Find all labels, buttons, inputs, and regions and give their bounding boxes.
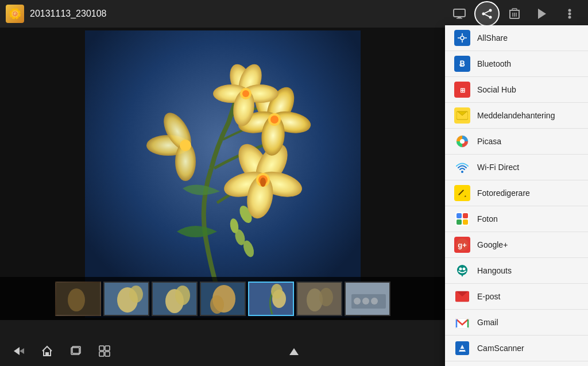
svg-point-97 <box>457 265 467 275</box>
thumbnail-2[interactable] <box>103 282 149 316</box>
epost-label: E-post <box>477 292 500 301</box>
allshare-label: AllShare <box>477 33 508 43</box>
thumbnail-6[interactable] <box>296 282 342 316</box>
svg-rect-18 <box>85 30 361 318</box>
nav-buttons <box>11 345 110 360</box>
svg-line-7 <box>485 14 489 17</box>
gmail-icon <box>454 314 470 330</box>
bluetooth-icon: Ƀ <box>454 56 470 72</box>
svg-rect-87 <box>457 187 468 199</box>
svg-rect-113 <box>105 346 110 350</box>
recent-button[interactable] <box>70 345 82 360</box>
socialhub-label: Social Hub <box>477 85 516 94</box>
svg-rect-93 <box>457 219 462 225</box>
back-button[interactable] <box>11 345 24 360</box>
svg-point-30 <box>260 178 266 187</box>
googleplus-icon: g+ <box>454 237 470 253</box>
delete-button[interactable] <box>502 1 527 26</box>
hangouts-label: Hangouts <box>477 266 512 275</box>
screen-button[interactable] <box>447 1 472 26</box>
fotored-label: Fotoredigerare <box>477 188 530 198</box>
gmail-label: Gmail <box>477 318 498 327</box>
wifi-icon <box>454 159 470 175</box>
svg-rect-115 <box>105 352 110 356</box>
svg-rect-112 <box>99 346 104 350</box>
svg-rect-2 <box>457 18 462 19</box>
wifi-label: Wi-Fi Direct <box>477 163 519 172</box>
menu-item-foton[interactable]: Foton <box>445 206 588 232</box>
svg-rect-91 <box>457 213 462 218</box>
svg-point-37 <box>270 115 278 124</box>
thumbnail-5-active[interactable] <box>248 282 294 316</box>
home-button[interactable] <box>41 345 53 360</box>
app-icon: 🌼 <box>6 5 24 23</box>
thumbnail-1[interactable] <box>55 282 101 316</box>
svg-point-98 <box>459 268 462 271</box>
meddel-icon <box>454 107 470 124</box>
fotored-icon <box>454 185 470 201</box>
svg-rect-94 <box>463 219 468 225</box>
svg-point-59 <box>210 295 224 314</box>
menu-item-picasa[interactable]: Picasa <box>445 129 588 155</box>
svg-rect-114 <box>99 352 104 356</box>
thumbnail-3[interactable] <box>152 282 198 316</box>
svg-point-53 <box>129 286 143 303</box>
share-button[interactable] <box>474 1 500 26</box>
svg-point-4 <box>482 13 485 16</box>
menu-item-wifidirect[interactable]: Wi-Fi Direct <box>445 155 588 180</box>
svg-point-15 <box>568 9 571 12</box>
foton-label: Foton <box>477 214 498 224</box>
menu-item-socialhub[interactable]: ⊞ Social Hub <box>445 77 588 103</box>
svg-point-16 <box>568 13 571 16</box>
overflow-menu-button[interactable] <box>557 1 582 26</box>
svg-point-99 <box>463 268 466 271</box>
svg-rect-109 <box>45 352 49 356</box>
toolbar-icons <box>447 1 582 26</box>
bluetooth-label: Bluetooth <box>477 59 511 68</box>
epost-icon <box>454 288 470 305</box>
menu-item-bluetooth[interactable]: Ƀ Bluetooth <box>445 51 588 77</box>
svg-point-44 <box>242 90 249 97</box>
svg-point-68 <box>354 298 361 305</box>
svg-text:⊞: ⊞ <box>460 87 465 94</box>
menu-item-gmail[interactable]: Gmail <box>445 310 588 336</box>
share-dropdown: AllShare Ƀ Bluetooth ⊞ Social Hub <box>445 25 588 366</box>
svg-marker-116 <box>289 348 299 355</box>
menu-item-camscanner[interactable]: CamScanner <box>445 336 588 361</box>
top-bar: 🌼 20131113_230108 <box>0 0 588 28</box>
menu-item-allshare[interactable]: AllShare <box>445 25 588 51</box>
hangouts-icon <box>454 263 470 279</box>
menu-item-adobe[interactable]: A Adobe Reader – Skapa pdf <box>445 361 588 366</box>
menu-item-fotored[interactable]: Fotoredigerare <box>445 180 588 206</box>
googleplus-label: Google+ <box>477 240 508 249</box>
menu-item-epost[interactable]: E-post <box>445 284 588 310</box>
svg-text:Ƀ: Ƀ <box>459 59 465 68</box>
svg-point-69 <box>362 298 369 305</box>
picasa-label: Picasa <box>477 137 501 146</box>
svg-point-62 <box>271 284 283 299</box>
camscanner-label: CamScanner <box>477 344 524 353</box>
foton-icon <box>454 211 470 227</box>
svg-point-50 <box>68 288 85 311</box>
socialhub-icon: ⊞ <box>454 82 470 98</box>
svg-point-48 <box>180 140 191 151</box>
play-button[interactable] <box>529 1 555 26</box>
thumbnail-4[interactable] <box>200 282 246 316</box>
photo-title: 20131113_230108 <box>30 9 447 19</box>
svg-rect-0 <box>454 9 465 17</box>
meddel-label: Meddelandehantering <box>477 111 555 120</box>
allshare-icon <box>454 30 470 46</box>
menu-item-meddel[interactable]: Meddelandehantering <box>445 103 588 129</box>
svg-line-6 <box>485 11 489 13</box>
svg-rect-1 <box>458 17 461 18</box>
picasa-icon <box>454 133 470 149</box>
grid-button[interactable] <box>99 345 110 360</box>
svg-point-70 <box>371 298 378 305</box>
camscanner-icon <box>454 340 470 356</box>
svg-rect-92 <box>463 213 468 218</box>
thumbnail-7[interactable] <box>345 282 390 316</box>
menu-item-googleplus[interactable]: g+ Google+ <box>445 232 588 258</box>
up-button[interactable] <box>288 346 300 359</box>
svg-point-17 <box>568 16 571 19</box>
menu-item-hangouts[interactable]: Hangouts <box>445 258 588 284</box>
